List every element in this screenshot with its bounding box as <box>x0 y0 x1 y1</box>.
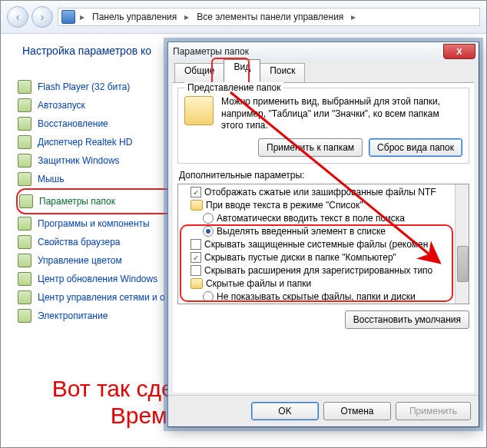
tree-row-label: Скрывать расширения для зарегистрированн… <box>204 264 432 277</box>
sidebar-item[interactable]: Диспетчер Realtek HD <box>16 133 193 151</box>
item-icon <box>18 80 31 94</box>
breadcrumb-item[interactable]: Все элементы панели управления <box>194 10 346 24</box>
sidebar-item-label: Свойства браузера <box>38 237 121 247</box>
radio[interactable] <box>203 213 214 224</box>
tree-row[interactable]: Не показывать скрытые файлы, папки и дис… <box>180 290 454 304</box>
item-icon <box>18 172 31 186</box>
tree-row[interactable]: Скрытые файлы и папки <box>180 277 454 290</box>
sidebar-item[interactable]: Свойства браузера <box>16 233 193 251</box>
sidebar-item-label: Защитник Windows <box>38 155 120 166</box>
item-icon <box>18 272 31 286</box>
tree-row[interactable]: Автоматически вводить текст в поле поиск… <box>180 212 454 225</box>
tab-view[interactable]: Вид <box>224 59 260 82</box>
sidebar-item-label: Параметры папок <box>39 196 115 207</box>
checkbox[interactable] <box>190 265 201 276</box>
ok-button[interactable]: OK <box>251 402 319 420</box>
sidebar-item-label: Flash Player (32 бита) <box>38 81 130 92</box>
item-icon <box>18 135 31 149</box>
dialog-titlebar[interactable]: Параметры папок X <box>168 42 479 61</box>
folder-views-group: Представление папок Можно применить вид,… <box>177 88 469 164</box>
tree-row-label: При вводе текста в режиме "Список" <box>206 199 363 212</box>
chevron-right-icon: ▸ <box>183 12 190 22</box>
sidebar-item[interactable]: Flash Player (32 бита) <box>16 78 193 96</box>
item-icon <box>18 98 31 112</box>
sidebar-item[interactable]: Параметры папок <box>16 188 193 214</box>
item-icon <box>18 217 31 231</box>
topbar: ‹ › ▸ Панель управления ▸ Все элементы п… <box>1 1 486 34</box>
sidebar-item-label: Управление цветом <box>38 255 122 266</box>
sidebar-item-label: Программы и компоненты <box>38 218 150 229</box>
control-panel-items: Flash Player (32 бита)АвтозапускВосстано… <box>16 78 193 325</box>
chevron-right-icon: ▸ <box>350 12 357 22</box>
cancel-button[interactable]: Отмена <box>323 402 391 420</box>
advanced-settings-label: Дополнительные параметры: <box>179 170 469 181</box>
tree-row[interactable]: ✓Скрывать пустые диски в папке "Компьюте… <box>180 251 454 264</box>
tree-row-label: Скрытые файлы и папки <box>206 277 311 290</box>
sidebar-item[interactable]: Программы и компоненты <box>16 214 193 233</box>
folder-icon <box>190 278 203 289</box>
item-icon <box>18 309 31 323</box>
dialog-title-text: Параметры папок <box>173 46 249 57</box>
advanced-settings-tree: ✓Отображать сжатые или зашифрованные фай… <box>177 184 469 304</box>
tree-row[interactable]: ✓Отображать сжатые или зашифрованные фай… <box>180 186 454 199</box>
sidebar-item-label: Восстановление <box>38 118 108 129</box>
sidebar-item-label: Центр управления сетями и о <box>38 292 165 303</box>
sidebar-item[interactable]: Автозапуск <box>16 96 193 114</box>
checkbox[interactable]: ✓ <box>190 252 201 263</box>
apply-to-folders-button[interactable]: Применить к папкам <box>258 138 363 157</box>
scrollbar-thumb[interactable] <box>457 246 469 282</box>
radio[interactable] <box>203 291 214 302</box>
scrollbar[interactable] <box>455 184 469 304</box>
chevron-right-icon: ▸ <box>78 12 86 22</box>
dialog-body: Представление папок Можно применить вид,… <box>173 82 474 393</box>
address-bar[interactable]: ▸ Панель управления ▸ Все элементы панел… <box>58 8 480 26</box>
checkbox[interactable]: ✓ <box>190 187 201 197</box>
tabs: Общие Вид Поиск <box>168 61 479 82</box>
restore-defaults-button[interactable]: Восстановить умолчания <box>345 310 469 329</box>
sidebar-item-label: Диспетчер Realtek HD <box>38 137 132 148</box>
tree-row-label: Скрывать защищенные системные файлы (рек… <box>204 238 428 251</box>
radio[interactable] <box>203 226 214 237</box>
reset-folders-button[interactable]: Сброс вида папок <box>369 138 462 157</box>
tree-row[interactable]: Скрывать защищенные системные файлы (рек… <box>180 238 454 251</box>
tree-row-label: Не показывать скрытые файлы, папки и дис… <box>217 290 416 304</box>
tree-row-label: Скрывать пустые диски в папке "Компьютер… <box>204 251 396 264</box>
apply-button[interactable]: Применить <box>396 402 471 420</box>
tab-general[interactable]: Общие <box>174 63 224 82</box>
close-button[interactable]: X <box>443 44 475 59</box>
sidebar-item[interactable]: Центр управления сетями и о <box>16 288 193 307</box>
nav-forward-button[interactable]: › <box>31 6 53 28</box>
tree-content[interactable]: ✓Отображать сжатые или зашифрованные фай… <box>178 184 456 304</box>
tab-search[interactable]: Поиск <box>260 63 305 82</box>
sidebar-item[interactable]: Центр обновления Windows <box>16 270 193 288</box>
tree-row-label: Автоматически вводить текст в поле поиск… <box>217 212 405 225</box>
item-icon <box>19 194 33 208</box>
tree-row-label: Выделять введенный элемент в списке <box>217 225 386 238</box>
tree-row[interactable]: При вводе текста в режиме "Список" <box>180 199 454 212</box>
tree-row[interactable]: Выделять введенный элемент в списке <box>180 225 454 238</box>
sidebar-item-label: Центр обновления Windows <box>38 274 157 284</box>
folder-icon <box>190 200 203 211</box>
checkbox[interactable] <box>190 239 201 250</box>
sidebar-item[interactable]: Мышь <box>16 170 193 188</box>
item-icon <box>18 290 31 304</box>
sidebar-item[interactable]: Управление цветом <box>16 251 193 270</box>
dialog-buttons: OK Отмена Применить <box>168 395 479 426</box>
sidebar-item[interactable]: Восстановление <box>16 114 193 133</box>
item-icon <box>18 235 31 249</box>
nav-buttons: ‹ › <box>7 6 53 28</box>
breadcrumb-item[interactable]: Панель управления <box>89 10 180 24</box>
tree-row-label: Отображать сжатые или зашифрованные файл… <box>204 186 436 199</box>
item-icon <box>18 117 31 131</box>
sidebar-item-label: Мышь <box>38 174 65 184</box>
group-label: Представление папок <box>184 82 283 93</box>
sidebar-item-label: Электропитание <box>38 310 108 321</box>
sidebar-item[interactable]: Защитник Windows <box>16 151 193 170</box>
tree-row[interactable]: Скрывать расширения для зарегистрированн… <box>180 264 454 277</box>
folder-icon <box>184 96 214 125</box>
sidebar-item[interactable]: Электропитание <box>16 307 193 325</box>
sidebar-item-label: Автозапуск <box>38 100 85 111</box>
item-icon <box>18 154 31 168</box>
folder-options-dialog: Параметры папок X Общие Вид Поиск Предст… <box>167 41 479 427</box>
nav-back-button[interactable]: ‹ <box>7 6 28 28</box>
